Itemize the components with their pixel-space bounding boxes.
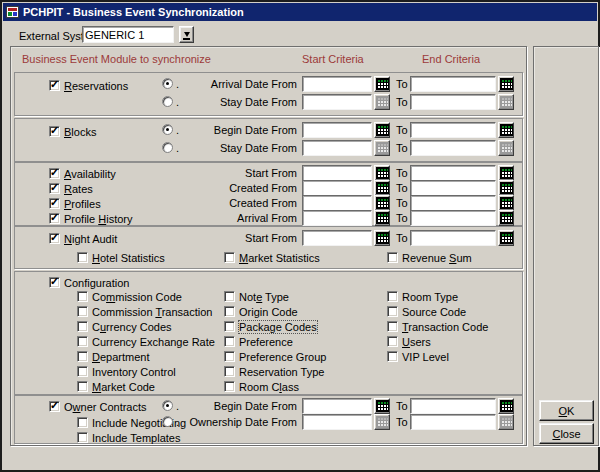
night-audit-to-input[interactable] (410, 230, 496, 246)
calendar-button[interactable] (374, 140, 390, 156)
configuration-checkbox[interactable] (49, 277, 60, 288)
external-system-input[interactable] (82, 26, 174, 43)
blocks-stay-to-input[interactable] (410, 140, 496, 156)
begin-date-radio[interactable] (162, 124, 173, 135)
calendar-button[interactable] (498, 210, 514, 226)
calendar-button[interactable] (498, 165, 514, 181)
availability-section: Availability (49, 166, 116, 181)
calendar-button[interactable] (498, 122, 514, 138)
owner-ownership-from-input[interactable] (302, 414, 372, 430)
arrival-date-radio[interactable] (162, 78, 173, 89)
stay-date-radio[interactable] (162, 142, 173, 153)
origin-code-checkbox[interactable] (224, 306, 235, 317)
rates-section: Rates (49, 181, 93, 196)
inventory-control-label: Inventory Control (92, 366, 176, 378)
night-audit-start-from-input[interactable] (302, 230, 372, 246)
profiles-to-input[interactable] (410, 195, 496, 211)
calendar-button[interactable] (498, 230, 514, 246)
blocks-begin-from-input[interactable] (302, 122, 372, 138)
department-checkbox[interactable] (77, 351, 88, 362)
commission-transaction-checkbox[interactable] (77, 306, 88, 317)
close-button[interactable]: Close (539, 423, 594, 444)
blocks-stay-from-input[interactable] (302, 140, 372, 156)
room-class-label: Room Class (239, 381, 299, 393)
night-audit-checkbox[interactable] (49, 233, 60, 244)
room-class-checkbox[interactable] (224, 381, 235, 392)
column-header-module: Business Event Module to synchronize (22, 53, 211, 65)
reservation-type-checkbox[interactable] (224, 366, 235, 377)
calendar-button[interactable] (374, 180, 390, 196)
rates-checkbox[interactable] (49, 183, 60, 194)
vip-level-checkbox[interactable] (387, 351, 398, 362)
market-statistics-checkbox[interactable] (224, 252, 235, 263)
calendar-button[interactable] (374, 195, 390, 211)
users-label: Users (402, 336, 431, 348)
profiles-label: Profiles (64, 198, 101, 210)
calendar-icon (501, 168, 512, 178)
source-code-checkbox[interactable] (387, 306, 398, 317)
calendar-button[interactable] (498, 94, 514, 110)
profile-history-to-input[interactable] (410, 210, 496, 226)
profiles-checkbox[interactable] (49, 198, 60, 209)
calendar-button[interactable] (498, 180, 514, 196)
availability-to-input[interactable] (410, 165, 496, 181)
rates-created-from-input[interactable] (302, 180, 372, 196)
owner-contracts-checkbox[interactable] (49, 401, 60, 412)
users-checkbox[interactable] (387, 336, 398, 347)
radio-dot: . (176, 142, 179, 154)
to-label: To (396, 96, 408, 108)
room-type-checkbox[interactable] (387, 291, 398, 302)
reservations-arrival-from-input[interactable] (302, 76, 372, 92)
ownership-date-radio[interactable] (162, 416, 173, 427)
calendar-button[interactable] (498, 140, 514, 156)
currency-codes-checkbox[interactable] (77, 321, 88, 332)
availability-start-from-input[interactable] (302, 165, 372, 181)
revenue-sum-checkbox[interactable] (387, 252, 398, 263)
to-label: To (396, 78, 408, 90)
currency-exchange-rate-checkbox[interactable] (77, 336, 88, 347)
radio-dot: . (176, 78, 179, 90)
note-type-checkbox[interactable] (224, 291, 235, 302)
preference-checkbox[interactable] (224, 336, 235, 347)
calendar-button[interactable] (498, 414, 514, 430)
calendar-button[interactable] (374, 76, 390, 92)
availability-checkbox[interactable] (49, 168, 60, 179)
calendar-button[interactable] (374, 398, 390, 414)
preference-group-checkbox[interactable] (224, 351, 235, 362)
vip-level-label: VIP Level (402, 351, 449, 363)
calendar-button[interactable] (498, 195, 514, 211)
calendar-button[interactable] (374, 122, 390, 138)
stay-date-radio[interactable] (162, 96, 173, 107)
profiles-created-from-input[interactable] (302, 195, 372, 211)
calendar-button[interactable] (374, 230, 390, 246)
inventory-control-checkbox[interactable] (77, 366, 88, 377)
profile-history-arrival-from-input[interactable] (302, 210, 372, 226)
begin-date-radio[interactable] (162, 400, 173, 411)
calendar-button[interactable] (374, 414, 390, 430)
package-codes-checkbox[interactable] (224, 321, 235, 332)
external-system-dropdown-button[interactable] (179, 26, 194, 43)
calendar-button[interactable] (374, 210, 390, 226)
currency-codes-label: Currency Codes (92, 321, 172, 333)
calendar-button[interactable] (374, 94, 390, 110)
calendar-button[interactable] (498, 398, 514, 414)
profile-history-checkbox[interactable] (49, 213, 60, 224)
rates-to-input[interactable] (410, 180, 496, 196)
reservations-stay-to-input[interactable] (410, 94, 496, 110)
owner-ownership-to-input[interactable] (410, 414, 496, 430)
owner-begin-to-input[interactable] (410, 398, 496, 414)
owner-begin-from-input[interactable] (302, 398, 372, 414)
ok-button[interactable]: OK (539, 400, 594, 421)
include-negotiating-checkbox[interactable] (77, 417, 88, 428)
blocks-begin-to-input[interactable] (410, 122, 496, 138)
include-templates-checkbox[interactable] (77, 432, 88, 443)
market-code-checkbox[interactable] (77, 381, 88, 392)
reservations-arrival-to-input[interactable] (410, 76, 496, 92)
calendar-button[interactable] (374, 165, 390, 181)
hotel-statistics-checkbox[interactable] (77, 252, 88, 263)
transaction-code-checkbox[interactable] (387, 321, 398, 332)
reservations-stay-from-input[interactable] (302, 94, 372, 110)
calendar-button[interactable] (498, 76, 514, 92)
config-item: Currency Codes (77, 319, 172, 334)
commission-code-checkbox[interactable] (77, 291, 88, 302)
